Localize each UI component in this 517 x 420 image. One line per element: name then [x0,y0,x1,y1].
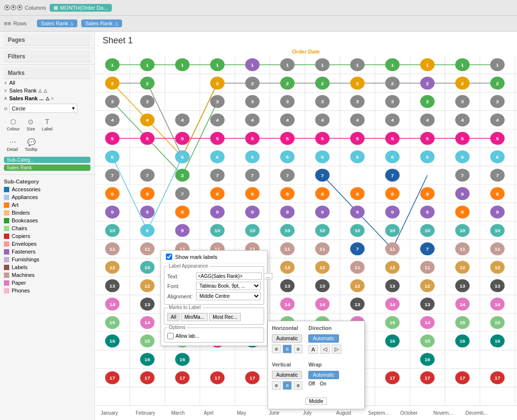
svg-text:4: 4 [391,118,394,123]
subcategory-pill[interactable]: Sub-Categ... [4,157,90,163]
minmax-btn[interactable]: Min/Ma... [181,313,208,321]
svg-text:10: 10 [214,228,220,233]
svg-text:2: 2 [111,81,114,86]
svg-text:12: 12 [495,265,500,270]
rows-pill-2[interactable]: Sales Rank △ [81,19,122,27]
align-center-btn[interactable]: ≡ [283,345,291,353]
svg-text:11: 11 [320,247,325,252]
sub-cat-item[interactable]: Appliances [4,193,90,201]
sub-cat-item[interactable]: Fasteners [4,248,90,256]
label-btn[interactable]: T Label [39,116,55,133]
svg-text:14: 14 [285,302,290,307]
horizontal-section: Horizontal Automatic ≡ ≡ ≡ [272,325,303,356]
svg-text:8: 8 [251,191,254,196]
rows-row: ≡≡ Rows Sales Rank △ Sales Rank △ [0,16,517,31]
svg-text:13: 13 [320,283,325,288]
colour-btn[interactable]: ⬡ Colour [4,116,23,133]
detail-btn[interactable]: ⋯ Detail [4,137,21,153]
svg-text:10: 10 [285,228,290,233]
svg-text:16: 16 [495,339,500,344]
dir-up-btn[interactable]: A [308,345,318,354]
svg-text:1: 1 [391,62,394,67]
sub-cat-item[interactable]: Machines [4,271,90,279]
pills-area: Sub-Categ... Sales Rank [4,155,90,172]
font-label: Font: [167,283,194,289]
sub-cat-item[interactable]: Phones [4,287,90,294]
svg-text:8: 8 [321,191,324,196]
svg-text:8: 8 [426,191,429,196]
svg-text:4: 4 [426,118,429,123]
svg-text:12: 12 [460,265,465,270]
salesrank-pill[interactable]: Sales Rank [4,164,90,171]
mark-type-chevron: ▾ [72,105,75,111]
marks-all-label: All [9,80,15,86]
svg-text:1: 1 [496,62,499,67]
sub-cat-item[interactable]: Bookcases [4,217,90,224]
wrap-auto-btn[interactable]: Automatic [308,371,339,379]
svg-text:8: 8 [111,191,114,196]
sub-cat-item[interactable]: Copiers [4,232,90,240]
sub-cat-item[interactable]: Chairs [4,224,90,232]
sub-cat-item[interactable]: Binders [4,209,90,217]
text-dots-btn[interactable]: ... [264,273,272,279]
svg-text:13: 13 [285,283,290,288]
size-btn[interactable]: ⊙ Size [24,116,38,133]
svg-text:4: 4 [251,118,254,123]
svg-text:15: 15 [495,320,500,325]
svg-text:3: 3 [461,99,464,104]
allow-label-checkbox[interactable] [167,333,174,339]
label-label: Label [42,127,53,131]
svg-text:11: 11 [285,247,290,252]
horizontal-auto-btn[interactable]: Automatic [272,334,302,343]
sub-cat-item[interactable]: Labels [4,263,90,271]
mark-type-select[interactable]: Circle ▾ [9,104,77,113]
svg-text:16: 16 [460,339,465,344]
align-right-btn[interactable]: ≡ [294,345,303,353]
horizontal-title: Horizontal [272,325,303,332]
marks-all-item[interactable]: ∨ All [4,79,90,87]
x-label-dec: Decemb... [465,410,488,416]
svg-text:7: 7 [181,191,184,196]
marks-salesrank1-item[interactable]: ∨ Sales Rank △ △ [4,87,90,94]
rows-pill-1[interactable]: Sales Rank △ [37,19,77,27]
align-left-btn[interactable]: ≡ [272,345,281,353]
svg-text:13: 13 [390,283,395,288]
svg-text:17: 17 [144,376,150,381]
x-label-jun: June [269,410,280,416]
svg-text:1: 1 [181,62,184,67]
show-mark-labels-checkbox[interactable] [166,254,172,260]
alignment-select[interactable]: Middle Centre [196,292,261,300]
vertical-title: Vertical [272,362,303,369]
svg-text:7: 7 [251,173,254,178]
sub-cat-item[interactable]: Furnishings [4,256,90,263]
vertical-auto-btn[interactable]: Automatic [272,371,302,379]
direction-auto-btn[interactable]: Automatic [308,334,339,343]
mark-type-text: Circle [12,106,25,111]
mostrec-btn[interactable]: Most Rec... [209,313,241,321]
valign-mid-btn[interactable]: ≡ [283,381,291,390]
dir-left-btn[interactable]: ◁ [320,345,330,354]
sub-cat-item[interactable]: Accessories [4,185,90,193]
sub-cat-item[interactable]: Art [4,201,90,209]
font-select[interactable]: Tableau Book, 9pt, ... [196,282,261,290]
vertical-align-row: ≡ ≡ ≡ [272,381,303,390]
text-input[interactable] [196,273,262,280]
svg-text:3: 3 [496,99,499,104]
columns-pill[interactable]: ▦ MONTH(Order Da... [50,4,111,12]
svg-text:2: 2 [216,81,219,86]
all-marks-btn[interactable]: All [167,313,179,321]
dir-right-btn[interactable]: ▷ [332,345,341,354]
tooltip-btn[interactable]: 💬 Tooltip [22,137,40,153]
svg-text:5: 5 [356,136,359,141]
label-popup: Show mark labels Label Appearance Text: … [160,250,267,346]
sub-cat-item[interactable]: Envelopes [4,240,90,248]
svg-text:1: 1 [356,62,359,67]
valign-top-btn[interactable]: ≡ [272,381,281,390]
sub-cat-item[interactable]: Paper [4,279,90,287]
svg-text:12: 12 [355,283,360,288]
label-appearance-title: Label Appearance [167,263,210,269]
marks-salesrank2-item[interactable]: ∧ Sales Rank ... △ ○ [4,94,90,102]
svg-text:2: 2 [251,81,254,86]
valign-bot-btn[interactable]: ≡ [294,381,303,390]
filters-section: Filters [0,48,94,65]
